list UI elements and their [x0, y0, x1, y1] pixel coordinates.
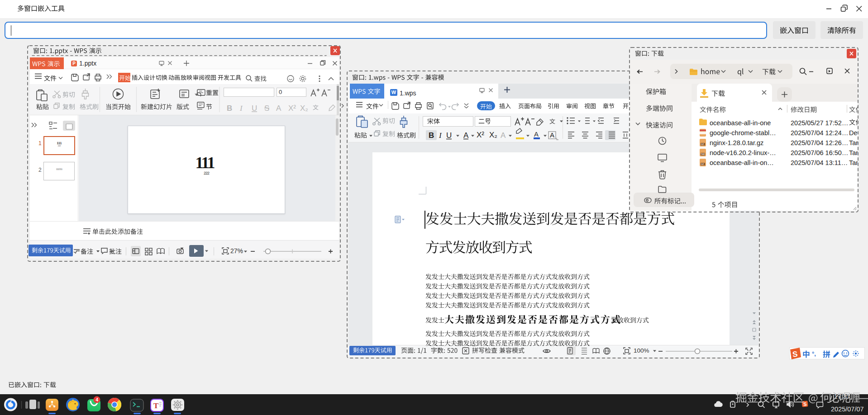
svg-text:B: B	[429, 131, 434, 140]
svg-text:X²: X²	[477, 131, 484, 139]
svg-text:B: B	[227, 104, 232, 113]
svg-text:U: U	[446, 131, 452, 140]
svg-text:S: S	[803, 401, 807, 407]
svg-text:A: A	[463, 131, 469, 140]
svg-text:X²: X²	[288, 104, 296, 113]
svg-text:X₂: X₂	[300, 104, 308, 113]
svg-text:U: U	[252, 104, 257, 113]
svg-text:I: I	[239, 104, 243, 113]
svg-text:4: 4	[96, 397, 99, 402]
svg-text:X₂: X₂	[489, 131, 497, 139]
svg-text:GZ: GZ	[701, 163, 704, 165]
svg-text:A: A	[276, 104, 281, 113]
svg-text:A: A	[534, 130, 539, 138]
svg-text:TAR: TAR	[701, 153, 705, 156]
svg-text:°,: °,	[812, 350, 816, 357]
svg-text:T: T	[153, 401, 159, 410]
svg-text:S: S	[792, 350, 798, 359]
svg-text:I: I	[439, 131, 442, 140]
svg-text:GZ: GZ	[701, 143, 704, 146]
svg-text:A: A	[501, 131, 506, 140]
svg-text:A: A	[550, 131, 554, 139]
